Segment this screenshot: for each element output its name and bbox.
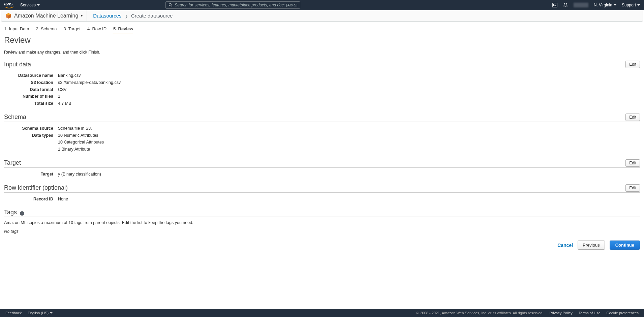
cloudshell-icon[interactable]	[552, 2, 557, 8]
wizard-step-input-data[interactable]: 1. Input Data	[4, 25, 29, 33]
section-title-input-data: Input data	[4, 61, 625, 68]
value-data-types-3: 1 Binary Attribute	[58, 146, 90, 153]
service-switcher[interactable]: Amazon Machine Learning ▾	[1, 10, 87, 21]
search-icon	[168, 3, 173, 7]
caret-down-icon: ▾	[81, 14, 83, 18]
breadcrumb-datasources[interactable]: Datasources	[93, 13, 121, 19]
cancel-button[interactable]: Cancel	[557, 243, 573, 248]
wizard-step-review[interactable]: 5. Review	[113, 25, 133, 33]
region-selector[interactable]: N. Virginia	[594, 3, 616, 7]
label-target: Target	[4, 171, 58, 178]
main-content: 1. Input Data 2. Schema 3. Target 4. Row…	[0, 22, 644, 256]
caret-down-icon	[637, 4, 640, 6]
label-blank	[4, 139, 58, 146]
breadcrumb: Datasources ❯ Create datasource	[87, 13, 179, 19]
service-name: Amazon Machine Learning	[14, 13, 78, 19]
label-total-size: Total size	[4, 100, 58, 107]
services-label: Services	[20, 3, 36, 7]
section-title-row-id: Row identifier (optional)	[4, 184, 625, 191]
svg-point-0	[169, 4, 172, 6]
value-target: y (Binary classification)	[58, 171, 101, 178]
search-container: [Alt+S]	[165, 1, 300, 9]
wizard-step-row-id[interactable]: 4. Row ID	[87, 25, 106, 33]
edit-row-id-button[interactable]: Edit	[625, 184, 640, 192]
wizard-steps: 1. Input Data 2. Schema 3. Target 4. Row…	[4, 25, 640, 33]
action-row: Cancel Previous Continue	[4, 241, 640, 250]
support-label: Support	[622, 3, 636, 7]
nav-right: N. Virginia Support	[552, 2, 640, 8]
label-datasource-name: Datasource name	[4, 72, 58, 79]
region-label: N. Virginia	[594, 3, 612, 7]
section-tags: Tags i Amazon ML copies a maximum of 10 …	[4, 209, 640, 234]
value-record-id: None	[58, 196, 68, 202]
wizard-step-target[interactable]: 3. Target	[64, 25, 81, 33]
label-record-id: Record ID	[4, 196, 58, 202]
caret-down-icon	[614, 4, 616, 6]
continue-button[interactable]: Continue	[610, 241, 640, 250]
aws-smile-icon	[4, 6, 14, 9]
label-blank	[4, 146, 58, 153]
section-title-schema: Schema	[4, 114, 625, 121]
section-input-data: Input data Edit Datasource nameBanking.c…	[4, 61, 640, 107]
instruction-text: Review and make any changes, and then cl…	[4, 50, 640, 55]
services-menu[interactable]: Services	[20, 3, 40, 7]
account-menu[interactable]	[574, 3, 588, 7]
value-schema-source: Schema file in S3.	[58, 125, 92, 132]
page-title: Review	[4, 35, 640, 47]
chevron-right-icon: ❯	[125, 14, 128, 18]
search-input[interactable]	[175, 3, 284, 7]
section-target: Target Edit Targety (Binary classificati…	[4, 159, 640, 178]
label-number-of-files: Number of files	[4, 93, 58, 100]
no-tags-text: No tags	[4, 229, 640, 234]
search-box[interactable]: [Alt+S]	[165, 1, 300, 9]
section-title-tags: Tags i	[4, 209, 640, 216]
label-s3-location: S3 location	[4, 80, 58, 86]
top-nav: aws Services [Alt+S] N. Virginia Support	[0, 0, 644, 10]
tags-subtext: Amazon ML copies a maximum of 10 tags fr…	[4, 220, 640, 225]
support-menu[interactable]: Support	[622, 3, 640, 7]
value-data-format: CSV	[58, 87, 67, 93]
section-row-identifier: Row identifier (optional) Edit Record ID…	[4, 184, 640, 202]
notifications-icon[interactable]	[563, 2, 568, 8]
edit-input-data-button[interactable]: Edit	[625, 61, 640, 68]
section-title-target: Target	[4, 159, 625, 166]
value-datasource-name: Banking.csv	[58, 72, 81, 79]
svg-rect-2	[552, 3, 557, 7]
value-data-types-1: 10 Numeric Attributes	[58, 132, 98, 139]
section-schema: Schema Edit Schema sourceSchema file in …	[4, 114, 640, 153]
previous-button[interactable]: Previous	[578, 241, 605, 250]
label-data-types: Data types	[4, 132, 58, 139]
edit-schema-button[interactable]: Edit	[625, 114, 640, 121]
service-bar: Amazon Machine Learning ▾ Datasources ❯ …	[1, 10, 643, 22]
aws-logo[interactable]: aws	[4, 1, 14, 9]
label-schema-source: Schema source	[4, 125, 58, 132]
value-data-types-2: 10 Categorical Attributes	[58, 139, 104, 146]
search-shortcut: [Alt+S]	[286, 3, 298, 7]
edit-target-button[interactable]: Edit	[625, 159, 640, 167]
ml-service-icon	[5, 13, 11, 19]
svg-line-1	[171, 6, 172, 7]
value-s3-location: s3://aml-sample-data/banking.csv	[58, 80, 121, 86]
label-data-format: Data format	[4, 87, 58, 93]
value-number-of-files: 1	[58, 93, 60, 100]
caret-down-icon	[37, 4, 40, 6]
tags-title-text: Tags	[4, 209, 17, 216]
wizard-step-schema[interactable]: 2. Schema	[36, 25, 57, 33]
info-icon[interactable]: i	[20, 211, 24, 216]
value-total-size: 4.7 MB	[58, 100, 71, 107]
breadcrumb-current: Create datasource	[131, 13, 173, 19]
